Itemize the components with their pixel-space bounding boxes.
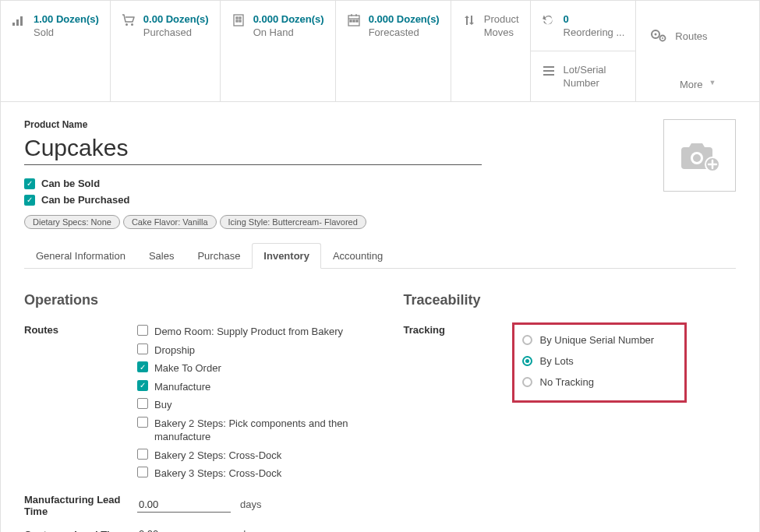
stat-label: On Hand <box>253 26 324 38</box>
route-checkbox[interactable] <box>137 325 148 336</box>
svg-rect-5 <box>234 15 243 26</box>
tab-sales[interactable]: Sales <box>137 243 186 268</box>
route-label: Dropship <box>154 344 195 358</box>
tag[interactable]: Cake Flavor: Vanilla <box>123 215 217 229</box>
svg-point-25 <box>693 154 701 162</box>
tab-accounting[interactable]: Accounting <box>321 243 394 268</box>
mfg-lead-time-input[interactable] <box>137 497 231 513</box>
can-be-sold-label: Can be Sold <box>41 178 100 189</box>
routes-field-label: Routes <box>24 322 137 336</box>
more-label: More <box>680 79 703 90</box>
stat-label: Number <box>564 77 606 89</box>
mfg-lead-time-unit: days <box>240 499 261 510</box>
calendar-icon <box>347 13 361 27</box>
stat-value: 0.000 Dozen(s) <box>369 13 440 25</box>
stat-label: Forecasted <box>369 26 440 38</box>
route-checkbox[interactable] <box>137 467 148 477</box>
bars-icon <box>12 13 26 27</box>
stat-on-hand[interactable]: 0.000 Dozen(s) On Hand <box>221 1 336 101</box>
route-label: Manufacture <box>154 380 210 394</box>
tab-inventory[interactable]: Inventory <box>252 243 321 269</box>
route-label: Buy <box>154 398 171 412</box>
customer-lead-time-input[interactable] <box>137 527 231 532</box>
svg-rect-6 <box>236 17 238 19</box>
radio-icon <box>522 335 532 345</box>
stat-label: Lot/Serial <box>564 64 606 76</box>
route-checkbox[interactable] <box>137 398 148 409</box>
stat-label: Reordering ... <box>564 26 625 38</box>
tag[interactable]: Dietary Specs: None <box>24 215 120 229</box>
gears-icon <box>650 28 667 44</box>
stat-lot-serial[interactable]: Lot/Serial Number <box>531 51 637 101</box>
svg-point-4 <box>131 23 133 26</box>
route-checkbox[interactable] <box>137 344 148 354</box>
tab-purchase[interactable]: Purchase <box>186 243 252 268</box>
stat-label: Purchased <box>143 26 209 38</box>
stat-purchased[interactable]: 0.00 Dozen(s) Purchased <box>111 1 221 101</box>
route-checkbox[interactable] <box>137 449 148 460</box>
form-body: Product Name ✓ Can be Sold ✓ Can be Purc… <box>1 102 759 532</box>
radio-icon <box>522 377 532 387</box>
stat-label: Routes <box>675 30 707 42</box>
tracking-radio-lots[interactable]: By Lots <box>522 351 672 372</box>
stat-value: 0.00 Dozen(s) <box>143 13 209 25</box>
tracking-options-highlight: By Unique Serial Number By Lots No Track… <box>512 322 687 403</box>
svg-rect-9 <box>239 20 241 22</box>
product-name-input[interactable] <box>24 135 482 165</box>
tag[interactable]: Icing Style: Buttercream- Flavored <box>220 215 366 229</box>
stat-value: 0 <box>564 13 625 25</box>
svg-point-21 <box>655 33 657 36</box>
svg-rect-18 <box>543 70 554 72</box>
tracking-radio-serial[interactable]: By Unique Serial Number <box>522 329 672 351</box>
can-be-sold-checkbox[interactable]: ✓ <box>24 178 35 189</box>
svg-rect-17 <box>543 66 554 68</box>
mfg-lead-time-label: Manufacturing Lead Time <box>24 492 137 517</box>
svg-rect-19 <box>543 74 554 76</box>
building-icon <box>232 13 246 27</box>
svg-point-3 <box>125 23 128 26</box>
tab-general-information[interactable]: General Information <box>24 243 137 268</box>
route-label: Bakery 2 Steps: Cross-Dock <box>154 449 281 463</box>
svg-rect-15 <box>353 20 355 22</box>
cart-icon <box>122 13 136 27</box>
can-be-purchased-checkbox[interactable]: ✓ <box>24 195 35 206</box>
svg-rect-1 <box>16 19 19 26</box>
stat-sold[interactable]: 1.00 Dozen(s) Sold <box>1 1 111 101</box>
chevron-down-icon: ▼ <box>709 79 716 90</box>
product-image-placeholder[interactable] <box>663 119 736 192</box>
stat-product-moves[interactable]: Product Moves <box>451 1 531 101</box>
route-label: Bakery 2 Steps: Pick components and then… <box>154 417 357 444</box>
product-form: 1.00 Dozen(s) Sold 0.00 Dozen(s) Purchas… <box>0 0 760 532</box>
can-be-purchased-label: Can be Purchased <box>41 194 129 206</box>
stat-label: Sold <box>34 26 99 38</box>
svg-rect-0 <box>12 23 15 26</box>
route-checkbox[interactable] <box>137 417 148 428</box>
svg-rect-8 <box>236 20 238 22</box>
route-label: Demo Room: Supply Product from Bakery <box>154 325 343 339</box>
svg-point-23 <box>662 37 663 39</box>
stat-reordering[interactable]: 0 Reordering ... <box>531 1 637 51</box>
more-dropdown[interactable]: More ▼ <box>636 71 759 101</box>
stat-label: Moves <box>484 26 519 38</box>
routes-list: Demo Room: Supply Product from Bakery Dr… <box>137 322 357 483</box>
radio-icon <box>522 356 532 366</box>
stat-routes[interactable]: Routes <box>636 1 759 71</box>
section-title-operations: Operations <box>24 292 357 308</box>
stat-forecasted[interactable]: 0.000 Dozen(s) Forecasted <box>336 1 451 101</box>
product-tags[interactable]: Dietary Specs: None Cake Flavor: Vanilla… <box>24 215 736 229</box>
route-checkbox[interactable]: ✓ <box>137 361 148 372</box>
stat-value: 1.00 Dozen(s) <box>34 13 99 25</box>
product-name-label: Product Name <box>24 119 736 130</box>
radio-label: By Unique Serial Number <box>540 334 655 346</box>
tabs: General Information Sales Purchase Inven… <box>24 243 736 269</box>
svg-rect-16 <box>356 20 358 22</box>
route-label: Bakery 3 Steps: Cross-Dock <box>154 467 281 481</box>
route-checkbox[interactable]: ✓ <box>137 380 148 391</box>
tracking-radio-none[interactable]: No Tracking <box>522 372 672 393</box>
traceability-section: Traceability Tracking By Unique Serial N… <box>404 292 737 532</box>
section-title-traceability: Traceability <box>404 292 737 308</box>
svg-rect-14 <box>350 20 352 22</box>
stats-bar: 1.00 Dozen(s) Sold 0.00 Dozen(s) Purchas… <box>1 1 759 102</box>
radio-label: No Tracking <box>540 376 594 388</box>
stat-label: Product <box>484 13 519 25</box>
